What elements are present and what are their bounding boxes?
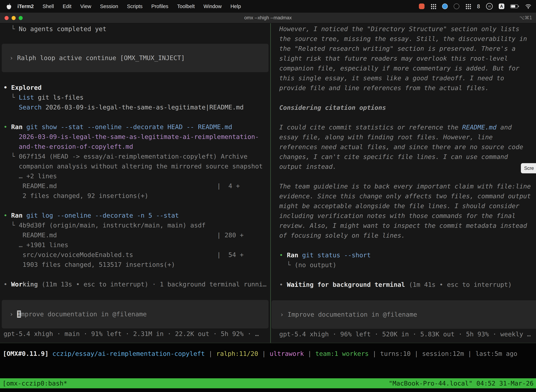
text-run: • [4,123,11,131]
prompt-input[interactable]: › Improve documentation in @filename [272,300,536,329]
terminal-line: … +2 lines [4,171,270,181]
menu-item-edit[interactable]: Edit [58,4,76,9]
text-run: Wai [287,281,298,288]
text-run: the "Related research writing" section i… [279,45,516,52]
menu-item-window[interactable]: Window [199,4,226,9]
terminal-line: └ No agents completed yet [4,24,270,34]
text-run: Wor [11,281,23,288]
tmux-host-clock: "MacBook-Pro-44.local" 04:52 31-Mar-26 [389,378,534,388]
text-run: | [205,350,216,357]
battery-percent-icon[interactable]: .61 [486,3,493,10]
close-button[interactable] [5,16,9,20]
grid-icon[interactable] [431,4,436,9]
text-run: the source tree, missing the essay. Stil… [279,35,527,42]
text-run: … +1901 lines [4,241,68,248]
menu-item-toolbelt[interactable]: Toolbelt [173,4,199,9]
text-run: Ralph loop active continue [OMX_TMUX_INJ… [17,54,185,61]
text-run: I [17,311,21,318]
spacer [279,289,536,300]
text-run: team:1 workers [315,350,368,357]
window-title-bar[interactable]: omx --xhigh --madmax ⌥⌘1 [0,13,536,23]
app-icon[interactable] [454,4,459,9]
compass-icon[interactable] [442,4,448,9]
text-run: └ 067f154 (HEAD -> essay/ai-reimplementa… [4,153,247,160]
model-status-line: gpt-5.4 xhigh · main · 91% left · 2.31M … [4,329,270,339]
terminal-line: 2 files changed, 92 insertions(+) [4,191,270,201]
terminal-line [279,93,536,103]
screen-recording-indicator[interactable] [419,4,425,9]
tmux-pane-left[interactable]: └ No agents completed yet › Ralph loop a… [0,23,271,343]
menu-item-help[interactable]: Help [226,4,245,9]
terminal-panes: └ No agents completed yet › Ralph loop a… [0,23,536,343]
terminal-line: • Ran git status --short [279,250,536,260]
terminal-line: • Working (11m 13s • esc to interrupt) ·… [4,280,270,289]
text-run: README.md | 280 + [4,232,244,239]
terminal-line: this single essay, it seems like a good … [279,73,536,83]
app-icon-glyph [454,4,459,9]
text-run: Ran [11,123,23,131]
text-run: … +2 lines [4,173,57,180]
text-run: No agents completed yet [19,25,107,33]
keypad-icon-glyph [465,4,471,9]
screen-share-overlay-button[interactable]: Scre [521,163,536,173]
text-run: cczip/essay/ai-reimplementation-copyleft [53,350,205,357]
text-run: README.md | 4 + [4,182,240,190]
terminal-line: the source tree, missing the essay. Stil… [279,34,536,44]
text-run: ultrawork [270,350,304,357]
text-run: › [10,311,17,318]
screen-recording-indicator-glyph [419,4,425,9]
terminal-line: Considering citation options [279,103,536,112]
text-run: (11m 13s • esc to interrupt) · 1 backgro… [38,281,266,288]
menu-item-scripts[interactable]: Scripts [123,4,147,9]
text-run: However, I noticed the "Directory Struct… [279,25,519,33]
ralph-loop-banner[interactable]: › Ralph loop active continue [OMX_TMUX_I… [2,44,268,72]
menu-item-session[interactable]: Session [96,4,123,9]
text-run: including verification notes with those … [279,212,516,219]
spacer [4,72,270,83]
number-8-icon[interactable]: 8 [477,3,480,9]
terminal-line: of focusing solely on file lines. [279,231,536,240]
terminal-line: └ 4b9d30f (origin/main, instructkr/main,… [4,220,270,230]
apple-icon[interactable] [6,3,12,9]
text-run: gpt-5.4 xhigh · main · 91% left · 2.31M … [4,330,259,337]
terminal-line: and-the-erosion-of-copyleft.md [4,142,270,152]
terminal-line: slight risk that future readers may over… [279,54,536,63]
menu-item-profiles[interactable]: Profiles [147,4,173,9]
terminal-line [4,201,270,210]
terminal-line [4,112,270,122]
terminal-line: output instead. [279,162,536,172]
spacer [4,289,270,300]
window-shortcut-badge: ⌥⌘1 [519,13,532,23]
tmux-pane-right[interactable]: However, I noticed the "Directory Struct… [271,23,536,343]
text-run: ting for background terminal [298,281,405,288]
text-run: essay file, along with finding root file… [279,134,493,141]
text-run: and-the-erosion-of-copyleft.md [4,143,133,150]
zoom-button[interactable] [19,16,23,20]
battery-icon[interactable] [510,4,519,9]
text-run: • [4,281,11,288]
text-run: └ [4,25,19,33]
keyboard-layout-icon-glyph: A [499,4,504,9]
compass-icon-glyph [442,4,448,9]
text-run: might be acceptable alongside the file l… [279,202,519,210]
minimize-button[interactable] [12,16,16,20]
menu-item-iterm2[interactable]: iTerm2 [13,4,38,9]
text-run: › [280,311,287,318]
prompt-input[interactable]: › Improve documentation in @filename [2,300,268,328]
text-run: | [304,350,315,357]
wifi-icon[interactable] [525,4,531,9]
grid-icon-glyph [431,4,436,9]
menu-item-view[interactable]: View [76,4,96,9]
terminal-line: • Explored [4,83,270,93]
terminal-line: companion file, especially if more comme… [279,63,536,73]
tmux-status-bar: [omx-cczip0:bash* "MacBook-Pro-44.local"… [0,378,536,388]
terminal-line: companion analysis without altering the … [4,161,270,171]
text-run: • [4,212,11,219]
keypad-icon[interactable] [465,4,471,9]
text-run: README.md [462,124,496,131]
menu-item-shell[interactable]: Shell [38,4,58,9]
text-run: companion file, especially if more comme… [279,65,519,72]
keyboard-layout-icon[interactable]: A [499,4,504,9]
terminal-line: › Improve documentation in @filename [272,310,417,319]
terminal-line: I could cite commit statistics or refere… [279,122,536,132]
